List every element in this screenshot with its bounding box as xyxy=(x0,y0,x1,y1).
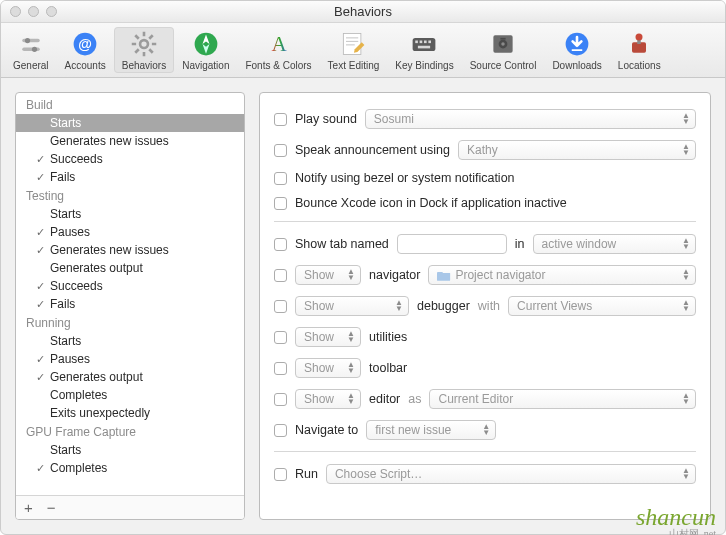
editor-action-select[interactable]: Show ▲▼ xyxy=(295,389,361,409)
divider xyxy=(274,451,696,452)
updown-icon: ▲▼ xyxy=(682,238,690,250)
downloads-icon xyxy=(563,30,591,58)
toolbar-label: Navigation xyxy=(182,60,229,71)
toolbar-behaviors[interactable]: Behaviors xyxy=(114,27,174,73)
bounce-label: Bounce Xcode icon in Dock if application… xyxy=(295,196,567,210)
source-icon xyxy=(489,30,517,58)
speak-voice-select[interactable]: Kathy ▲▼ xyxy=(458,140,696,160)
debugger-checkbox[interactable] xyxy=(274,300,287,313)
check-icon: ✓ xyxy=(36,153,50,166)
toolbar-general[interactable]: General xyxy=(5,27,57,73)
play-sound-select[interactable]: Sosumi ▲▼ xyxy=(365,109,696,129)
check-icon: ✓ xyxy=(36,298,50,311)
updown-icon: ▲▼ xyxy=(347,331,355,343)
keys-icon xyxy=(410,30,438,58)
check-icon: ✓ xyxy=(36,244,50,257)
svg-text:@: @ xyxy=(78,36,92,52)
sidebar-item-label: Fails xyxy=(50,170,75,184)
show-tab-label: Show tab named xyxy=(295,237,389,251)
check-icon: ✓ xyxy=(36,353,50,366)
check-icon: ✓ xyxy=(36,371,50,384)
toolbar-source[interactable]: Source Control xyxy=(462,27,545,73)
sidebar-item[interactable]: Starts xyxy=(16,114,244,132)
debugger-views-select[interactable]: Current Views ▲▼ xyxy=(508,296,696,316)
sidebar-item[interactable]: ✓Pauses xyxy=(16,223,244,241)
tab-window-select[interactable]: active window ▲▼ xyxy=(533,234,696,254)
sidebar-item[interactable]: Completes xyxy=(16,386,244,404)
sidebar-item[interactable]: ✓Completes xyxy=(16,459,244,477)
svg-point-36 xyxy=(636,34,643,41)
sidebar-item[interactable]: Starts xyxy=(16,205,244,223)
add-behavior-button[interactable]: + xyxy=(24,499,33,516)
editor-type-select[interactable]: Current Editor ▲▼ xyxy=(429,389,696,409)
sidebar-item[interactable]: ✓Generates output xyxy=(16,368,244,386)
utilities-checkbox[interactable] xyxy=(274,331,287,344)
updown-icon: ▲▼ xyxy=(682,269,690,281)
debugger-label: debugger xyxy=(417,299,470,313)
toolbar-downloads[interactable]: Downloads xyxy=(544,27,609,73)
sidebar-item[interactable]: Starts xyxy=(16,332,244,350)
in-label: in xyxy=(515,237,525,251)
sidebar-item[interactable]: Exits unexpectedly xyxy=(16,404,244,422)
sidebar-item[interactable]: Generates new issues xyxy=(16,132,244,150)
sidebar-item-label: Starts xyxy=(50,334,81,348)
editor-checkbox[interactable] xyxy=(274,393,287,406)
toolbar-row: Show ▲▼ toolbar xyxy=(274,358,696,378)
toolbar-label: General xyxy=(13,60,49,71)
sidebar-item[interactable]: ✓Fails xyxy=(16,295,244,313)
run-checkbox[interactable] xyxy=(274,468,287,481)
toolbar-label: Locations xyxy=(618,60,661,71)
toolbar-fonts[interactable]: AFonts & Colors xyxy=(237,27,319,73)
sidebar-item-label: Starts xyxy=(50,116,81,130)
remove-behavior-button[interactable]: − xyxy=(47,499,56,516)
toolbar-keys[interactable]: Key Bindings xyxy=(387,27,461,73)
run-label: Run xyxy=(295,467,318,481)
sidebar-item[interactable]: Generates output xyxy=(16,259,244,277)
navigate-select[interactable]: first new issue ▲▼ xyxy=(366,420,496,440)
as-label: as xyxy=(408,392,421,406)
tab-name-field[interactable] xyxy=(397,234,507,254)
play-sound-checkbox[interactable] xyxy=(274,113,287,126)
sidebar-item[interactable]: Starts xyxy=(16,441,244,459)
navigator-checkbox[interactable] xyxy=(274,269,287,282)
window-title: Behaviors xyxy=(1,4,725,19)
bounce-checkbox[interactable] xyxy=(274,197,287,210)
updown-icon: ▲▼ xyxy=(395,300,403,312)
sidebar-item[interactable]: ✓Succeeds xyxy=(16,277,244,295)
preferences-window: Behaviors General@AccountsBehaviorsNavig… xyxy=(0,0,726,535)
toolbar-locations[interactable]: Locations xyxy=(610,27,669,73)
navigator-action-select[interactable]: Show ▲▼ xyxy=(295,265,361,285)
sidebar-item-label: Pauses xyxy=(50,352,90,366)
svg-rect-25 xyxy=(424,41,427,44)
sidebar-item[interactable]: ✓Succeeds xyxy=(16,150,244,168)
speak-checkbox[interactable] xyxy=(274,144,287,157)
toolbar-text[interactable]: Text Editing xyxy=(320,27,388,73)
navigate-checkbox[interactable] xyxy=(274,424,287,437)
navigate-row: Navigate to first new issue ▲▼ xyxy=(274,420,696,440)
sidebar-item-label: Succeeds xyxy=(50,279,103,293)
toolbar-navigation[interactable]: Navigation xyxy=(174,27,237,73)
toolbar-label: Fonts & Colors xyxy=(245,60,311,71)
sidebar-group-header: Running xyxy=(16,313,244,332)
toolbar-accounts[interactable]: @Accounts xyxy=(57,27,114,73)
utilities-row: Show ▲▼ utilities xyxy=(274,327,696,347)
speak-label: Speak announcement using xyxy=(295,143,450,157)
show-tab-row: Show tab named in active window ▲▼ xyxy=(274,234,696,254)
svg-rect-27 xyxy=(418,46,430,49)
sidebar-item[interactable]: ✓Fails xyxy=(16,168,244,186)
utilities-action-select[interactable]: Show ▲▼ xyxy=(295,327,361,347)
toolbar-label: Key Bindings xyxy=(395,60,453,71)
show-tab-checkbox[interactable] xyxy=(274,238,287,251)
sidebar-item[interactable]: ✓Generates new issues xyxy=(16,241,244,259)
behaviors-list[interactable]: BuildStartsGenerates new issues✓Succeeds… xyxy=(16,93,244,495)
toolbar-label: Downloads xyxy=(552,60,601,71)
sidebar-item-label: Succeeds xyxy=(50,152,103,166)
sidebar-group-header: GPU Frame Capture xyxy=(16,422,244,441)
run-script-select[interactable]: Choose Script… ▲▼ xyxy=(326,464,696,484)
notify-checkbox[interactable] xyxy=(274,172,287,185)
debugger-action-select[interactable]: Show ▲▼ xyxy=(295,296,409,316)
toolbar-checkbox[interactable] xyxy=(274,362,287,375)
toolbar-action-select[interactable]: Show ▲▼ xyxy=(295,358,361,378)
sidebar-item[interactable]: ✓Pauses xyxy=(16,350,244,368)
navigator-select[interactable]: Project navigator ▲▼ xyxy=(428,265,696,285)
